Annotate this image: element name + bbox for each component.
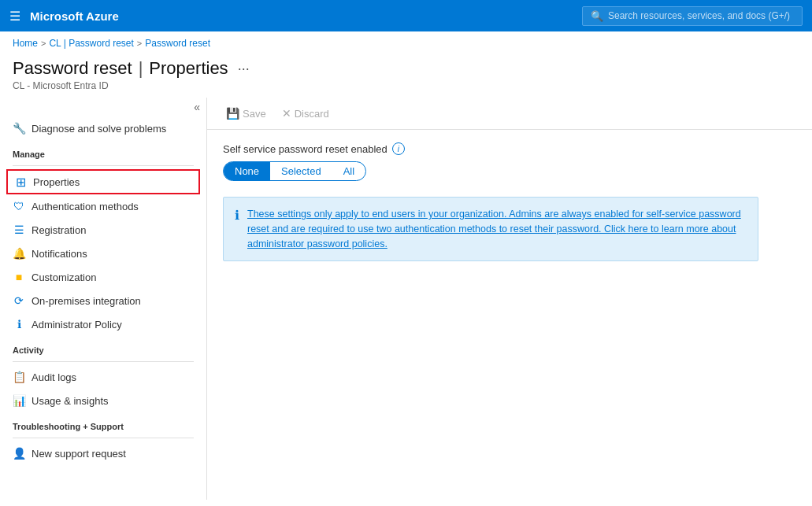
search-icon: 🔍	[591, 10, 603, 22]
page-title-prefix: Password reset	[13, 58, 132, 79]
info-box-link[interactable]: These settings only apply to end users i…	[247, 209, 741, 249]
page-subtitle: CL - Microsoft Entra ID	[13, 80, 799, 91]
sidebar: « 🔧 Diagnose and solve problems Manage ⊞…	[0, 98, 207, 500]
sidebar-item-auth-methods[interactable]: 🛡 Authentication methods	[0, 194, 206, 218]
content-body: Self service password reset enabled i No…	[207, 130, 812, 274]
discard-label: Discard	[295, 108, 329, 120]
breadcrumb-home[interactable]: Home	[13, 38, 38, 49]
breadcrumb-sep-1: >	[41, 39, 46, 48]
topbar: ☰ Microsoft Azure 🔍	[0, 0, 812, 31]
main-layout: « 🔧 Diagnose and solve problems Manage ⊞…	[0, 98, 812, 500]
page-header: Password reset | Properties ··· CL - Mic…	[0, 55, 812, 98]
sidebar-item-audit-logs[interactable]: 📋 Audit logs	[0, 365, 206, 389]
collapse-button[interactable]: «	[194, 101, 200, 113]
sidebar-item-admin-policy[interactable]: ℹ Administrator Policy	[0, 312, 206, 336]
sidebar-item-new-support[interactable]: 👤 New support request	[0, 441, 206, 465]
manage-section-label: Manage	[0, 140, 206, 162]
toggle-group[interactable]: None Selected All	[223, 161, 366, 181]
sidebar-item-notifications[interactable]: 🔔 Notifications	[0, 242, 206, 265]
content-area: 💾 Save ✕ Discard Self service password r…	[207, 98, 812, 500]
save-label: Save	[243, 108, 266, 120]
sidebar-item-registration-label: Registration	[32, 224, 86, 236]
troubleshooting-section-label: Troubleshooting + Support	[0, 412, 206, 434]
breadcrumb: Home > CL | Password reset > Password re…	[0, 31, 812, 55]
admin-policy-icon: ℹ	[13, 318, 25, 331]
sidebar-item-auth-methods-label: Authentication methods	[32, 201, 139, 212]
sidebar-item-notifications-label: Notifications	[32, 248, 87, 260]
sidebar-item-customization[interactable]: ■ Customization	[0, 265, 206, 289]
customization-icon: ■	[13, 271, 25, 283]
sidebar-item-new-support-label: New support request	[32, 448, 126, 460]
sidebar-item-customization-label: Customization	[32, 271, 96, 283]
usage-insights-icon: 📊	[13, 394, 25, 407]
audit-logs-icon: 📋	[13, 371, 25, 383]
breadcrumb-current: Password reset	[145, 38, 210, 49]
sidebar-item-on-premises-label: On-premises integration	[32, 295, 141, 307]
properties-icon: ⊞	[14, 175, 27, 188]
page-title-separator: |	[139, 58, 143, 79]
sidebar-item-usage-insights[interactable]: 📊 Usage & insights	[0, 389, 206, 412]
discard-button[interactable]: ✕ Discard	[276, 104, 336, 123]
toggle-selected[interactable]: Selected	[270, 162, 332, 180]
info-box: ℹ These settings only apply to end users…	[223, 197, 758, 261]
save-icon: 💾	[226, 107, 239, 120]
sidebar-item-diagnose-label: Diagnose and solve problems	[32, 123, 166, 135]
manage-divider	[13, 165, 194, 166]
app-title: Microsoft Azure	[30, 9, 573, 23]
on-premises-icon: ⟳	[13, 294, 25, 307]
sidebar-item-audit-logs-label: Audit logs	[32, 371, 76, 383]
discard-icon: ✕	[282, 107, 291, 120]
sidebar-collapse[interactable]: «	[0, 98, 206, 116]
field-info-icon[interactable]: i	[392, 142, 405, 155]
auth-methods-icon: 🛡	[13, 200, 25, 212]
toolbar: 💾 Save ✕ Discard	[207, 98, 812, 130]
sidebar-item-usage-insights-label: Usage & insights	[32, 395, 109, 407]
info-box-text: These settings only apply to end users i…	[247, 207, 747, 251]
toggle-none[interactable]: None	[224, 162, 270, 180]
activity-divider	[13, 361, 194, 362]
new-support-icon: 👤	[13, 447, 25, 460]
registration-icon: ☰	[13, 223, 25, 236]
hamburger-icon[interactable]: ☰	[9, 9, 20, 24]
activity-section-label: Activity	[0, 336, 206, 358]
field-label: Self service password reset enabled i	[223, 142, 796, 155]
info-box-icon: ℹ	[235, 208, 239, 251]
toggle-all[interactable]: All	[332, 162, 365, 180]
diagnose-icon: 🔧	[13, 122, 25, 135]
sidebar-item-registration[interactable]: ☰ Registration	[0, 218, 206, 242]
save-button[interactable]: 💾 Save	[220, 104, 273, 123]
search-box[interactable]: 🔍	[582, 6, 803, 26]
breadcrumb-sep-2: >	[137, 39, 142, 48]
sidebar-item-properties-label: Properties	[33, 176, 80, 188]
troubleshooting-divider	[13, 438, 194, 438]
page-title: Properties	[149, 58, 228, 79]
breadcrumb-password-reset-cl[interactable]: CL | Password reset	[49, 38, 133, 49]
more-options-icon[interactable]: ···	[238, 61, 250, 77]
sidebar-item-admin-policy-label: Administrator Policy	[32, 319, 122, 331]
sidebar-item-properties[interactable]: ⊞ Properties	[6, 169, 200, 194]
sidebar-item-on-premises[interactable]: ⟳ On-premises integration	[0, 289, 206, 312]
field-label-text: Self service password reset enabled	[223, 143, 387, 155]
notifications-icon: 🔔	[13, 247, 25, 260]
sidebar-item-diagnose[interactable]: 🔧 Diagnose and solve problems	[0, 116, 206, 140]
search-input[interactable]	[608, 10, 794, 21]
